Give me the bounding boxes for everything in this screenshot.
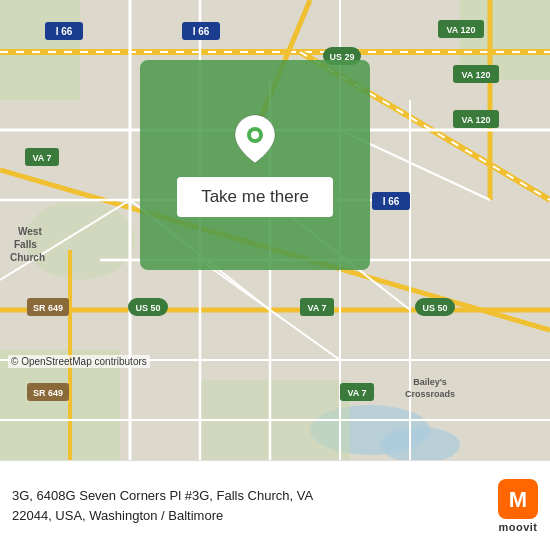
map-view: I 66 I 66 I 66 VA 120 VA 120 VA 120 VA 7… [0, 0, 550, 460]
moovit-logo: M moovit [498, 479, 538, 533]
location-pin-icon [233, 113, 277, 165]
svg-text:West: West [18, 226, 42, 237]
address-line1: 3G, 6408G Seven Corners Pl #3G, Falls Ch… [12, 488, 313, 503]
svg-text:VA 120: VA 120 [461, 115, 490, 125]
svg-text:VA 120: VA 120 [446, 25, 475, 35]
bottom-info-bar: 3G, 6408G Seven Corners Pl #3G, Falls Ch… [0, 460, 550, 550]
svg-text:Church: Church [10, 252, 45, 263]
svg-text:M: M [509, 487, 527, 512]
moovit-icon: M [498, 479, 538, 519]
svg-text:US 50: US 50 [135, 303, 160, 313]
svg-point-7 [25, 200, 135, 280]
svg-text:I 66: I 66 [193, 26, 210, 37]
moovit-brand-label: moovit [498, 521, 537, 533]
svg-text:VA 7: VA 7 [32, 153, 51, 163]
svg-text:Bailey's: Bailey's [413, 377, 447, 387]
address-display: 3G, 6408G Seven Corners Pl #3G, Falls Ch… [12, 486, 486, 525]
svg-text:SR 649: SR 649 [33, 303, 63, 313]
svg-text:SR 649: SR 649 [33, 388, 63, 398]
location-popup: Take me there [140, 60, 370, 270]
osm-attribution: © OpenStreetMap contributors [8, 355, 150, 368]
svg-point-66 [251, 131, 259, 139]
svg-text:Crossroads: Crossroads [405, 389, 455, 399]
svg-text:VA 7: VA 7 [307, 303, 326, 313]
svg-text:US 50: US 50 [422, 303, 447, 313]
take-me-there-button[interactable]: Take me there [177, 177, 333, 217]
svg-text:Falls: Falls [14, 239, 37, 250]
svg-text:I 66: I 66 [383, 196, 400, 207]
address-line2: 22044, USA, Washington / Baltimore [12, 508, 223, 523]
svg-text:VA 7: VA 7 [347, 388, 366, 398]
svg-text:VA 120: VA 120 [461, 70, 490, 80]
svg-text:I 66: I 66 [56, 26, 73, 37]
